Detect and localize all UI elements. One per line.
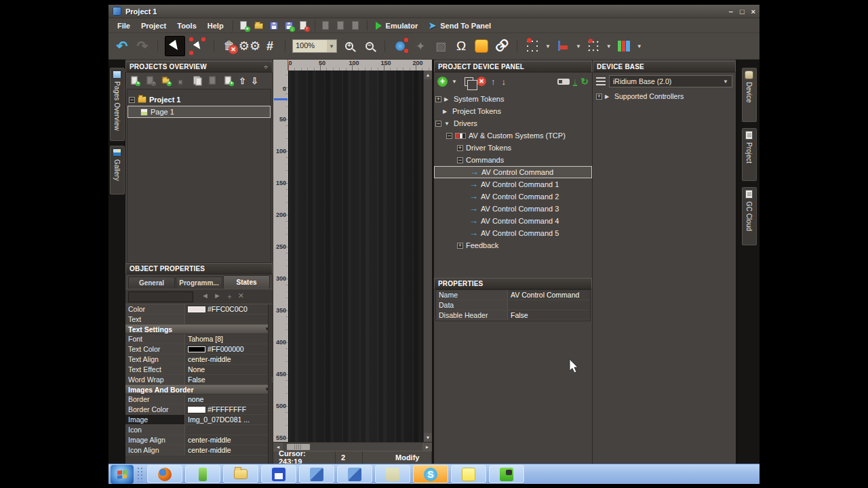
start-button[interactable] [111, 465, 134, 484]
taskbar-item-sticky-notes[interactable] [451, 465, 486, 483]
color-swatch[interactable] [188, 346, 205, 352]
taskbar-item-blue-app-2[interactable] [337, 465, 372, 483]
property-row[interactable]: Word Wrap False [125, 375, 273, 385]
open-folder-icon[interactable]: + [161, 76, 171, 85]
tree-item-page[interactable]: Page 1 [127, 106, 271, 118]
tree-item-drivers[interactable]: − ▼ Drivers [434, 117, 592, 129]
expand-icon[interactable]: + [457, 145, 463, 151]
tree-item-commands[interactable]: − Commands [434, 154, 592, 166]
tree-options-icon[interactable]: ⁘ [263, 64, 269, 70]
property-row[interactable]: Text Effect None [125, 365, 273, 375]
taskbar-item-skype[interactable]: S [413, 465, 448, 483]
remote-panel-icon[interactable] [557, 79, 570, 85]
property-row[interactable]: Border Color #FFFFFFFF [125, 405, 273, 415]
menu-file[interactable]: File [113, 20, 135, 31]
collapse-icon[interactable]: − [435, 121, 441, 127]
tree-item-av-control-command-4[interactable]: → AV Control Command 4 [434, 215, 592, 227]
properties-scrollbar[interactable] [268, 304, 273, 464]
relations-icon[interactable] [392, 38, 408, 54]
menu-tools[interactable]: Tools [172, 20, 201, 31]
delete-driver-icon[interactable]: ✕ [477, 77, 486, 86]
clone-page-icon[interactable]: + [224, 76, 233, 85]
color-swatch[interactable] [188, 306, 205, 312]
send-to-panel-button[interactable]: Send To Panel [440, 22, 491, 30]
color-swatch[interactable] [188, 407, 205, 413]
emulator-button[interactable]: Emulator [386, 22, 418, 30]
property-row[interactable]: Text Align center-middle [125, 354, 273, 365]
expand-icon[interactable]: + [457, 243, 463, 249]
taskbar-item-green-app[interactable] [185, 465, 220, 483]
zoom-in-icon[interactable]: + [341, 38, 357, 54]
section-images-and-border[interactable]: Images And Border▼ [125, 385, 273, 394]
maximize-button[interactable]: □ [740, 7, 745, 16]
new-page-icon[interactable]: + [130, 76, 140, 85]
copy-page-icon[interactable] [193, 76, 202, 85]
link-icon[interactable]: GD [490, 35, 513, 58]
display-settings-icon[interactable] [616, 38, 632, 54]
taskbar-item-save-app[interactable] [261, 465, 296, 483]
taskbar-item-ghost-folder[interactable] [375, 465, 410, 483]
vertical-scrollbar[interactable]: ▲ ▼ [423, 70, 432, 442]
refresh-icon[interactable]: ↻ [580, 76, 589, 87]
tree-item-av-control-command[interactable]: → AV Control Command [434, 166, 592, 178]
text-align-tool-icon[interactable] [585, 38, 601, 54]
taskbar-item-firefox[interactable] [147, 465, 182, 483]
tree-item-supported-controllers[interactable]: + ▶ Supported Controllers [593, 90, 736, 102]
tree-item-av-custom-systems[interactable]: − AV & Custom Systems (TCP) [434, 129, 592, 142]
property-row[interactable]: Border none [125, 394, 273, 405]
settings-gears-icon[interactable]: ⚙⚙ [241, 38, 258, 54]
new-project-icon[interactable]: + [239, 20, 250, 31]
expand-icon[interactable]: + [435, 96, 441, 102]
save-all-icon[interactable]: ↓ [283, 20, 294, 31]
select-tool-icon[interactable] [165, 36, 185, 56]
omega-icon[interactable]: Ω [453, 38, 469, 54]
tree-item-av-control-command-5[interactable]: → AV Control Command 5 [434, 227, 592, 239]
scroll-right-icon[interactable]: ► [422, 443, 432, 451]
state-combo[interactable] [128, 291, 193, 302]
property-row[interactable]: Icon Align center-middle [125, 445, 273, 455]
move-up-icon[interactable]: ↑ [491, 77, 496, 87]
property-row[interactable]: Text [125, 314, 273, 325]
zoom-out-icon[interactable]: − [361, 38, 378, 54]
undo-icon[interactable]: ↶ [114, 38, 130, 54]
align-dropdown-icon[interactable]: ▼ [576, 43, 581, 49]
scroll-up-icon[interactable]: ▲ [424, 70, 432, 79]
tab-gc-cloud[interactable]: GC Cloud [742, 187, 757, 245]
property-row[interactable]: Color #FFC0C0C0 [125, 304, 273, 314]
zoom-combo[interactable]: 100% ▼ [292, 39, 337, 53]
taskbar-item-media-app[interactable] [489, 465, 524, 483]
tree-item-feedback[interactable]: + Feedback [434, 239, 592, 251]
add-driver-icon[interactable]: + [437, 77, 448, 87]
tab-device[interactable]: Device [742, 68, 757, 122]
tree-item-system-tokens[interactable]: + ▶ System Tokens [434, 93, 592, 105]
grid-toggle-icon[interactable]: # [262, 38, 278, 54]
tree-item-project[interactable]: − Project 1 [127, 94, 271, 106]
close-button[interactable]: × [751, 7, 755, 16]
zoom-value[interactable]: 100% [293, 40, 327, 52]
export-icon[interactable]: ↑ [298, 20, 309, 31]
scroll-down-icon[interactable]: ▼ [424, 433, 432, 442]
property-row[interactable]: Data [436, 300, 590, 310]
section-text-settings[interactable]: Text Settings▼ [125, 325, 273, 334]
menu-help[interactable]: Help [203, 20, 229, 31]
collapse-icon[interactable]: − [129, 97, 135, 103]
add-driver-dropdown-icon[interactable]: ▼ [452, 79, 457, 85]
taskbar-item-file-manager[interactable] [223, 465, 258, 483]
save-icon[interactable] [269, 20, 279, 31]
send-to-panel-icon[interactable]: ➤ [429, 20, 436, 30]
device-base-dropdown[interactable]: iRidium Base (2.0) ▼ [609, 75, 732, 87]
move-page-down-icon[interactable]: ⇩ [251, 76, 258, 86]
tree-item-av-control-command-2[interactable]: → AV Control Command 2 [434, 190, 592, 203]
display-dropdown-icon[interactable]: ▼ [637, 43, 642, 49]
delete-object-icon[interactable]: 🗑✕ [221, 38, 237, 54]
tree-item-av-control-command-1[interactable]: → AV Control Command 1 [434, 178, 592, 190]
align-objects-icon[interactable] [555, 38, 571, 54]
property-row[interactable]: Image Align center-middle [125, 435, 273, 445]
open-project-icon[interactable] [254, 20, 264, 31]
snap-grid-dropdown-icon[interactable]: ▼ [545, 43, 551, 49]
tab-gallery[interactable]: Gallery [110, 146, 125, 195]
tree-item-project-tokens[interactable]: ▶ Project Tokens [434, 105, 592, 117]
tree-item-av-control-command-3[interactable]: → AV Control Command 3 [434, 203, 592, 215]
menu-project[interactable]: Project [136, 20, 171, 31]
tab-pages-overview[interactable]: Pages Overview [110, 68, 125, 141]
